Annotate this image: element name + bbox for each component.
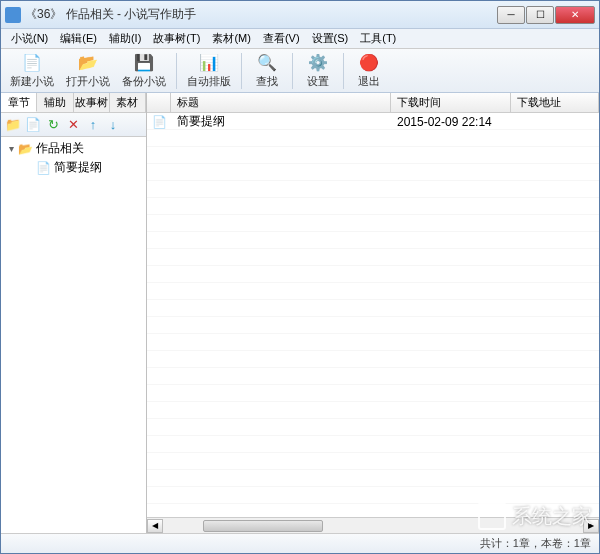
window-title: 《36》 作品相关 - 小说写作助手 (25, 6, 497, 23)
settings-button[interactable]: ⚙️ 设置 (298, 50, 338, 92)
column-url[interactable]: 下载地址 (511, 93, 599, 112)
move-down-icon[interactable]: ↓ (105, 117, 121, 133)
scroll-thumb[interactable] (203, 520, 323, 532)
move-up-icon[interactable]: ↑ (85, 117, 101, 133)
tree-child-label: 简要提纲 (54, 159, 102, 176)
tab-chapter[interactable]: 章节 (1, 93, 37, 112)
column-icon[interactable] (147, 93, 171, 112)
search-icon: 🔍 (257, 53, 277, 73)
new-file-icon: 📄 (22, 53, 42, 73)
refresh-icon[interactable]: ↻ (45, 117, 61, 133)
menu-settings[interactable]: 设置(S) (306, 29, 355, 48)
new-novel-label: 新建小说 (10, 74, 54, 89)
menu-view[interactable]: 查看(V) (257, 29, 306, 48)
scroll-left-button[interactable]: ◀ (147, 519, 163, 533)
toolbar-separator (176, 53, 177, 89)
menu-tools[interactable]: 工具(T) (354, 29, 402, 48)
settings-label: 设置 (307, 74, 329, 89)
list-row[interactable]: 📄 简要提纲 2015-02-09 22:14 (147, 113, 599, 130)
backup-novel-button[interactable]: 💾 备份小说 (117, 50, 171, 92)
list-body[interactable]: 📄 简要提纲 2015-02-09 22:14 (147, 113, 599, 517)
backup-novel-label: 备份小说 (122, 74, 166, 89)
exit-label: 退出 (358, 74, 380, 89)
tab-assist[interactable]: 辅助 (37, 93, 73, 112)
sidebar-tabs: 章节 辅助 故事树 素材 (1, 93, 146, 113)
menu-edit[interactable]: 编辑(E) (54, 29, 103, 48)
backup-icon: 💾 (134, 53, 154, 73)
auto-format-label: 自动排版 (187, 74, 231, 89)
row-document-icon: 📄 (147, 115, 171, 129)
list-header: 标题 下载时间 下载地址 (147, 93, 599, 113)
delete-icon[interactable]: ✕ (65, 117, 81, 133)
add-page-icon[interactable]: 📄 (25, 117, 41, 133)
menu-storytree[interactable]: 故事树(T) (147, 29, 206, 48)
scroll-right-button[interactable]: ▶ (583, 519, 599, 533)
find-button[interactable]: 🔍 查找 (247, 50, 287, 92)
find-label: 查找 (256, 74, 278, 89)
content-area: 章节 辅助 故事树 素材 📁 📄 ↻ ✕ ↑ ↓ ▾ 📂 作品相关 (1, 93, 599, 533)
close-button[interactable]: ✕ (555, 6, 595, 24)
toolbar: 📄 新建小说 📂 打开小说 💾 备份小说 📊 自动排版 🔍 查找 ⚙️ 设置 🔴 (1, 49, 599, 93)
toolbar-separator (343, 53, 344, 89)
tree-root-node[interactable]: ▾ 📂 作品相关 (3, 139, 144, 158)
add-folder-icon[interactable]: 📁 (5, 117, 21, 133)
menubar: 小说(N) 编辑(E) 辅助(I) 故事树(T) 素材(M) 查看(V) 设置(… (1, 29, 599, 49)
open-folder-icon: 📂 (78, 53, 98, 73)
gear-icon: ⚙️ (308, 53, 328, 73)
tab-material[interactable]: 素材 (110, 93, 146, 112)
tree-root-label: 作品相关 (36, 140, 84, 157)
folder-open-icon: 📂 (17, 142, 33, 156)
app-window: 《36》 作品相关 - 小说写作助手 ─ ☐ ✕ 小说(N) 编辑(E) 辅助(… (0, 0, 600, 554)
menu-novel[interactable]: 小说(N) (5, 29, 54, 48)
tree-child-node[interactable]: 📄 简要提纲 (21, 158, 144, 177)
column-time[interactable]: 下载时间 (391, 93, 511, 112)
horizontal-scrollbar[interactable]: ◀ ▶ (147, 517, 599, 533)
open-novel-label: 打开小说 (66, 74, 110, 89)
titlebar[interactable]: 《36》 作品相关 - 小说写作助手 ─ ☐ ✕ (1, 1, 599, 29)
exit-button[interactable]: 🔴 退出 (349, 50, 389, 92)
row-time: 2015-02-09 22:14 (391, 115, 511, 129)
format-icon: 📊 (199, 53, 219, 73)
tab-storytree[interactable]: 故事树 (74, 93, 110, 112)
scroll-track[interactable] (163, 519, 583, 533)
chapter-tree[interactable]: ▾ 📂 作品相关 📄 简要提纲 (1, 137, 146, 533)
toolbar-separator (241, 53, 242, 89)
auto-format-button[interactable]: 📊 自动排版 (182, 50, 236, 92)
menu-assist[interactable]: 辅助(I) (103, 29, 147, 48)
window-controls: ─ ☐ ✕ (497, 6, 595, 24)
main-panel: 标题 下载时间 下载地址 📄 简要提纲 2015-02-09 22:14 ◀ ▶ (147, 93, 599, 533)
column-title[interactable]: 标题 (171, 93, 391, 112)
collapse-icon[interactable]: ▾ (5, 143, 17, 154)
document-icon: 📄 (35, 161, 51, 175)
minimize-button[interactable]: ─ (497, 6, 525, 24)
toolbar-separator (292, 53, 293, 89)
open-novel-button[interactable]: 📂 打开小说 (61, 50, 115, 92)
menu-material[interactable]: 素材(M) (206, 29, 257, 48)
row-title: 简要提纲 (171, 113, 391, 130)
maximize-button[interactable]: ☐ (526, 6, 554, 24)
sidebar: 章节 辅助 故事树 素材 📁 📄 ↻ ✕ ↑ ↓ ▾ 📂 作品相关 (1, 93, 147, 533)
new-novel-button[interactable]: 📄 新建小说 (5, 50, 59, 92)
statusbar: 共计：1章，本卷：1章 (1, 533, 599, 553)
exit-icon: 🔴 (359, 53, 379, 73)
status-text: 共计：1章，本卷：1章 (480, 536, 591, 551)
app-icon (5, 7, 21, 23)
sidebar-toolbar: 📁 📄 ↻ ✕ ↑ ↓ (1, 113, 146, 137)
